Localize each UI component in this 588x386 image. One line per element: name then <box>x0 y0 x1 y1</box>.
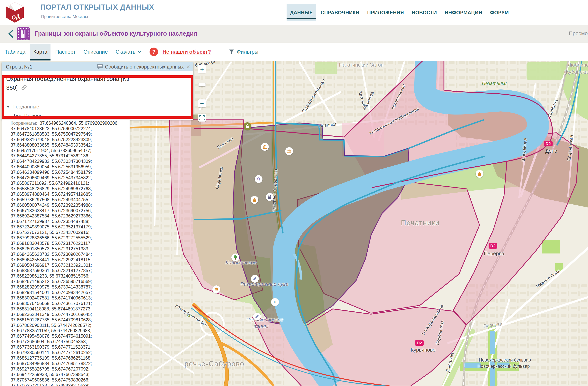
coordinate-line: 37.669472259938, 55.6747667398543; <box>11 372 129 377</box>
flower-icon: ✿ <box>255 175 262 183</box>
coordinate-line: 37.6644090889054, 55.6725631956959; <box>11 164 129 170</box>
filters-label: Фильтры <box>237 49 258 55</box>
map-label: ье <box>187 313 192 318</box>
coordinate-line: 37.6690504596917, 55.6732123921301; <box>11 263 129 268</box>
coordinate-line: 37.6658974880464, 55.6724957419685; <box>11 192 129 197</box>
coordinate-line: 37.6682801850573, 55.672312751383; <box>11 246 129 252</box>
coordinate-line: 37.6683002407581, 55.6741740960613; <box>11 295 129 301</box>
coordinate-line: 37.6682981544001, 55.6740983442657; <box>11 290 129 295</box>
tab-паспорт[interactable]: Паспорт <box>52 44 79 60</box>
coordinate-line: 37.6646234099496, 55.6725484458179; <box>11 170 129 175</box>
help-button[interactable]: ? <box>149 47 158 56</box>
portal-logo-icon[interactable]: ОД <box>3 2 27 23</box>
tab-описание[interactable]: Описание <box>80 44 111 60</box>
coordinate-line: 37.6677833511159, 55.6744750829688; <box>11 328 129 334</box>
museum-icon <box>212 285 220 293</box>
coordinate-line: Координаты: 37.664966240364, 55.67692029… <box>11 121 129 126</box>
map-label: глины <box>254 323 268 329</box>
tab-карта[interactable]: Карта <box>30 44 50 60</box>
coordinate-line: 37.6648808033665, 55.6748453933542; <box>11 143 129 148</box>
map-label: Печатники <box>482 81 506 86</box>
zoom-slider-handle[interactable] <box>198 83 206 86</box>
station-label: Курьяново <box>411 347 436 353</box>
object-title: Охранная (объединенная охранная) зона [№… <box>6 74 133 92</box>
coordinate-line: 37.6692755826795, 55.674767207092; <box>11 366 129 372</box>
map-label: Люблино <box>568 62 588 68</box>
museum-icon <box>476 170 483 178</box>
coordinate-line: 37.6687084986834, 55.6747685178872; <box>11 361 129 366</box>
coordinate-line: 37.6705749606836, 55.674759830266; <box>11 377 129 383</box>
coordinate-line: 37.6649331679048, 55.6752228423309; <box>11 137 129 143</box>
nav-item-данные[interactable]: ДАННЫЕ <box>287 4 316 21</box>
tree-icon <box>231 254 239 261</box>
map-label: Разнотравные луга <box>240 281 288 287</box>
dataset-title: Границы зон охраны объектов культурного … <box>35 30 197 37</box>
geodata-label: Геоданные: <box>13 104 41 110</box>
not-found-link[interactable]: Не нашли объект? <box>163 49 211 55</box>
tab-таблица[interactable]: Таблица <box>1 44 29 60</box>
geometry-type: Тип: Polygon <box>13 113 43 119</box>
coordinate-line: 37.6672349899075, 55.6723521374179; <box>11 224 129 230</box>
coordinate-line: 37.6679330560141, 55.6747712610252; <box>11 350 129 355</box>
coordinate-line: 37.6677495458076, 55.6744754615091; <box>11 334 129 339</box>
coordinates-list: Координаты: 37.664966240364, 55.67692029… <box>11 121 129 386</box>
comment-icon <box>97 64 103 69</box>
coordinate-line: 37.668229861233, 55.6732408515056; <box>11 274 129 279</box>
back-chevron-icon[interactable] <box>7 30 14 38</box>
coordinate-line: 37.6660500074249, 55.6723922354988; <box>11 203 129 208</box>
map-label: (Кубанская <box>564 69 588 75</box>
lock-icon <box>266 193 274 201</box>
leaf-icon <box>253 313 261 321</box>
zoom-out-button[interactable]: − <box>198 99 206 107</box>
coordinates-label: Координаты: <box>11 121 40 126</box>
coordinate-line: 37.6689642558441, 55.6722922418115; <box>11 257 129 263</box>
coordinate-line: 37.6679928326566, 55.6723272555529; <box>11 235 129 241</box>
download-label: Скачать <box>116 49 135 55</box>
fullscreen-icon <box>199 115 205 120</box>
filter-funnel-icon <box>229 49 234 55</box>
portal-title[interactable]: ПОРТАЛ ОТКРЫТЫХ ДАННЫХ <box>40 3 154 11</box>
coordinate-line: 37.6688587590361, 55.6732181277857; <box>11 268 129 274</box>
coordinate-line: 37.6682362341349, 55.6744700169645; <box>11 312 129 317</box>
coordinate-line: 37.6681683043578, 55.6723176220117; <box>11 241 129 246</box>
heli-icon: Н <box>271 298 279 306</box>
map-label: Коломенское <box>226 259 257 266</box>
coordinate-line: 37.6645117011904, 55.6732609654077; <box>11 148 129 153</box>
map-label: Новочеркасский бульвар <box>479 357 531 363</box>
coordinate-line: 37.6647840133623, 55.6759000722274; <box>11 126 129 131</box>
popup-header: Строка №1 Сообщить о некорректных данных… <box>1 62 193 71</box>
station-line-badge: D2 <box>544 141 553 146</box>
coordinate-line: 37.6681501267735, 55.6744709810628; <box>11 317 129 323</box>
main-nav: ДАННЫЕСПРАВОЧНИКИПРИЛОЖЕНИЯНОВОСТИИНФОРМ… <box>286 0 513 25</box>
nav-item-приложения[interactable]: ПРИЛОЖЕНИЯ <box>364 4 408 21</box>
close-icon[interactable]: × <box>186 64 190 70</box>
tab-download[interactable]: Скачать <box>113 44 145 60</box>
nav-item-информация[interactable]: ИНФОРМАЦИЯ <box>441 4 486 21</box>
permalink-icon[interactable] <box>21 85 27 90</box>
station-line-badge: D2 <box>415 340 424 346</box>
museum-icon <box>251 196 258 204</box>
station-line-badge: D2 <box>489 243 497 249</box>
filters-button[interactable]: Фильтры <box>229 49 258 55</box>
nav-item-новости[interactable]: НОВОСТИ <box>408 4 441 21</box>
coordinate-line: 37.6683104118988, 55.6744691877273; <box>11 306 129 312</box>
nav-item-форум[interactable]: ФОРУМ <box>486 4 512 21</box>
fullscreen-button[interactable] <box>198 114 206 122</box>
coordinate-line: 37.6644784239932, 55.6730347304309; <box>11 159 129 164</box>
zoom-in-button[interactable]: + <box>198 65 206 73</box>
coordinate-line: 37.6682832999975, 55.6739414338787; <box>11 284 129 290</box>
coordinate-line: 37.6647261858583, 55.6755047297549; <box>11 131 129 137</box>
coordinate-line: 37.6682671495212, 55.6736595716569; <box>11 279 129 284</box>
map-label: речье-Сабурово <box>184 360 245 368</box>
report-incorrect-data-link[interactable]: Сообщить о некорректных данных <box>105 64 184 70</box>
map-label: Печатники <box>401 219 440 227</box>
map-label: Нагатинский Затон <box>339 62 384 68</box>
bag-icon <box>244 122 251 130</box>
geodata-toggle[interactable]: ▼ Геоданные: <box>6 104 41 110</box>
nav-item-справочники[interactable]: СПРАВОЧНИКИ <box>317 4 363 21</box>
map-label: Новочеркасский бульвар <box>478 364 530 369</box>
coordinate-line: 37.6683076456668, 55.6743617076121; <box>11 301 129 306</box>
dataset-titlebar: Границы зон охраны объектов культурного … <box>0 25 588 43</box>
triangle-down-icon: ▼ <box>6 105 10 109</box>
coordinate-line: 37.6659786297508, 55.672493404755; <box>11 197 129 203</box>
